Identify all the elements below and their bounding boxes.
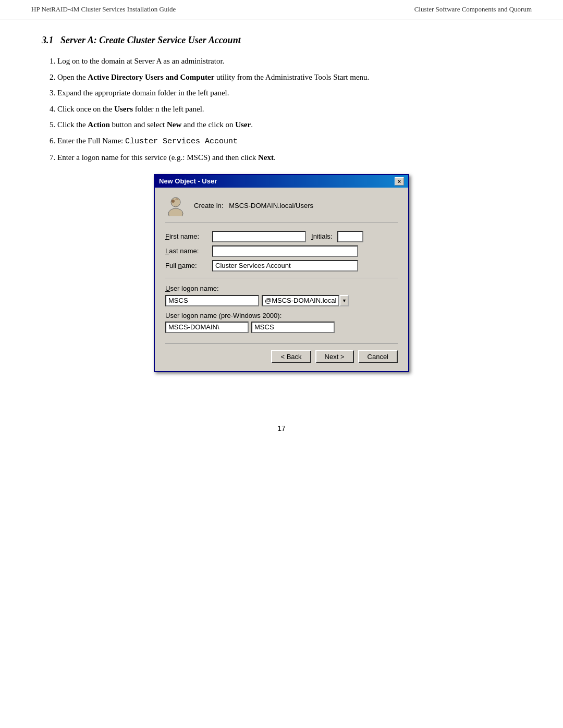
header-left: HP NetRAID-4M Cluster Services Installat… (31, 5, 176, 14)
bold-action: Action (88, 120, 110, 129)
logon-row: @MSCS-DOMAIN.local ▼ (165, 295, 398, 306)
header-right: Cluster Software Components and Quorum (414, 5, 532, 14)
pre-win2000-domain-input[interactable] (165, 322, 249, 333)
bold-next: Next (258, 153, 274, 162)
logon-domain-section: @MSCS-DOMAIN.local ▼ (262, 295, 349, 306)
lastname-row: Last name: (165, 245, 398, 257)
initials-input[interactable] (337, 231, 363, 242)
back-button[interactable]: < Back (271, 350, 311, 363)
bold-users: Users (114, 105, 133, 113)
content-area: 3.1 Server A: Create Cluster Service Use… (0, 30, 563, 403)
domain-value: @MSCS-DOMAIN.local (265, 297, 336, 304)
user-icon (165, 195, 186, 216)
dialog-title: New Object - User (159, 177, 217, 185)
instruction-1: Log on to the domain at Server A as an a… (57, 55, 521, 67)
logon-section: User logon name: @MSCS-DOMAIN.local ▼ (165, 285, 398, 333)
instruction-2: Open the Active Directory Users and Comp… (57, 71, 521, 83)
section-title: 3.1 Server A: Create Cluster Service Use… (42, 35, 521, 46)
domain-select-arrow[interactable]: ▼ (339, 295, 349, 306)
bold-active-directory: Active Directory Users and Computer (88, 73, 214, 81)
pre-win2000-section: User logon name (pre-Windows 2000): (165, 312, 398, 333)
instructions-list: Log on to the domain at Server A as an a… (57, 55, 521, 164)
instruction-3: Expand the appropriate domain folder in … (57, 87, 521, 99)
create-in-label: Create in: (194, 202, 223, 209)
page-number: 17 (0, 424, 563, 433)
fullname-label: Full name: (165, 262, 212, 269)
header: HP NetRAID-4M Cluster Services Installat… (0, 0, 563, 19)
pre-win2000-label: User logon name (pre-Windows 2000): (165, 312, 398, 319)
firstname-label: First name: (165, 232, 212, 240)
firstname-row: First name: Initials: (165, 231, 398, 242)
fullname-row: Full name: (165, 260, 398, 272)
create-in-section: Create in: MSCS-DOMAIN.local/Users (165, 195, 398, 223)
instruction-5: Click the Action button and select New a… (57, 119, 521, 131)
fullname-input[interactable] (212, 260, 358, 272)
section-number: 3.1 (42, 35, 54, 45)
dialog-footer: < Back Next > Cancel (165, 343, 398, 363)
firstname-input[interactable] (212, 231, 306, 242)
dialog-close-button[interactable]: × (395, 177, 404, 186)
create-in-value: MSCS-DOMAIN.local/Users (229, 202, 313, 209)
dialog-body: Create in: MSCS-DOMAIN.local/Users First… (155, 188, 408, 371)
form-divider (165, 278, 398, 278)
instruction-6: Enter the Full Name: Cluster Services Ac… (57, 135, 521, 148)
initials-label: Initials: (311, 232, 332, 240)
lastname-label: Last name: (165, 247, 212, 255)
create-in-text: Create in: MSCS-DOMAIN.local/Users (194, 202, 313, 209)
svg-point-2 (172, 200, 175, 203)
pre-win2000-row (165, 322, 398, 333)
new-object-user-dialog: New Object - User × Cre (154, 174, 409, 372)
svg-point-1 (168, 208, 183, 216)
domain-select-wrapper: @MSCS-DOMAIN.local ▼ (262, 295, 349, 306)
page: HP NetRAID-4M Cluster Services Installat… (0, 0, 563, 728)
domain-select-box: @MSCS-DOMAIN.local (262, 295, 339, 306)
instruction-7: Enter a logon name for this service (e.g… (57, 152, 521, 164)
cancel-button[interactable]: Cancel (358, 350, 398, 363)
logon-input[interactable] (165, 295, 259, 306)
lastname-input[interactable] (212, 245, 358, 257)
dialog-overlay: New Object - User × Cre (42, 174, 521, 372)
logon-label: User logon name: (165, 285, 398, 292)
section-heading: Server A: Create Cluster Service User Ac… (60, 35, 241, 45)
next-button[interactable]: Next > (315, 350, 354, 363)
dialog-titlebar: New Object - User × (155, 175, 408, 188)
full-name-monospace: Cluster Services Account (125, 137, 238, 146)
bold-user: User (235, 120, 251, 129)
instruction-4: Click once on the Users folder n the lef… (57, 103, 521, 115)
pre-win2000-user-input[interactable] (251, 322, 335, 333)
bold-new: New (167, 120, 181, 129)
